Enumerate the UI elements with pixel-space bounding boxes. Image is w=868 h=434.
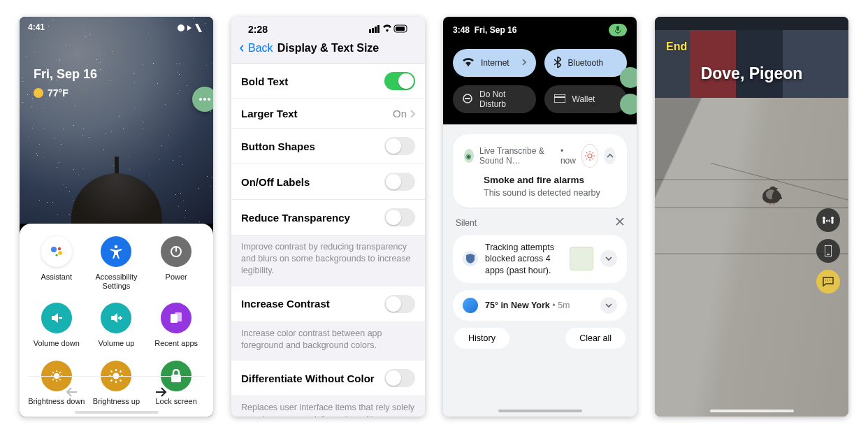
svg-rect-25: [554, 96, 565, 98]
toggle[interactable]: [384, 173, 415, 191]
toggle[interactable]: [384, 137, 415, 155]
lookout-camera-view: End Dove, Pigeon: [655, 17, 848, 417]
qs-tile-dnd[interactable]: Do Not Disturb: [453, 85, 536, 113]
shortcut-volume-up[interactable]: Volume up: [87, 303, 145, 348]
setting-reduce-transparency[interactable]: Reduce Transparency: [231, 200, 425, 236]
wallpaper-sky: [20, 17, 213, 224]
status-icons: [369, 24, 408, 35]
end-button[interactable]: End: [666, 41, 687, 53]
privacy-thumb: [570, 247, 593, 270]
svg-rect-18: [377, 25, 379, 33]
svg-point-2: [58, 251, 62, 255]
setting-differentiate-without-color[interactable]: Differentiate Without Color: [231, 361, 425, 396]
shortcut-recent-apps[interactable]: Recent apps: [147, 303, 205, 348]
svg-point-29: [831, 217, 834, 219]
home-temp: 77°F: [48, 87, 68, 99]
bluetooth-icon: [554, 57, 561, 70]
svg-rect-15: [369, 29, 371, 33]
toggle[interactable]: [384, 369, 415, 387]
svg-point-26: [588, 154, 592, 158]
silent-header: Silent: [456, 218, 477, 228]
shortcut-power[interactable]: Power: [147, 236, 205, 290]
footer-text: Replaces user interface items that rely …: [231, 396, 425, 417]
setting-on-off-labels[interactable]: On/Off Labels: [231, 164, 425, 200]
clear-all-button[interactable]: Clear all: [565, 328, 625, 349]
detection-label: Dove, Pigeon: [655, 64, 848, 83]
shortcut-volume-down[interactable]: Volume down: [27, 303, 86, 348]
notif-body: This sound is detected nearby: [484, 188, 616, 198]
svg-point-0: [51, 247, 57, 252]
page-next[interactable]: [117, 377, 205, 407]
svg-point-4: [115, 245, 118, 249]
status-time: 3:48: [453, 25, 470, 35]
gesture-pill[interactable]: [498, 410, 582, 412]
setting-button-shapes[interactable]: Button Shapes: [231, 129, 425, 164]
qs-tile-bluetooth[interactable]: Bluetooth: [544, 49, 628, 77]
chat-icon[interactable]: [816, 270, 840, 294]
svg-rect-28: [823, 219, 825, 224]
status-icons: [177, 22, 205, 32]
svg-rect-31: [825, 245, 832, 256]
gesture-pill[interactable]: [710, 410, 794, 412]
detected-object-pigeon: [758, 183, 786, 208]
notification-weather[interactable]: 75° in New York • 5m: [453, 290, 627, 321]
shortcut-assistant[interactable]: Assistant: [27, 236, 86, 290]
panel-pagination: [28, 376, 205, 407]
svg-rect-23: [465, 98, 470, 99]
collapse-icon[interactable]: [604, 147, 616, 164]
setting-increase-contrast[interactable]: Increase Contrast: [231, 287, 425, 322]
svg-point-3: [55, 254, 57, 256]
expand-icon[interactable]: [600, 297, 617, 314]
svg-rect-6: [175, 246, 177, 252]
page-prev[interactable]: [28, 377, 117, 407]
status-date: Fri, Sep 16: [475, 25, 517, 35]
weather-icon: [463, 298, 478, 313]
device-icon[interactable]: [816, 239, 840, 263]
qs-tile-internet[interactable]: Internet: [453, 49, 536, 77]
status-bar: 3:48 Fri, Sep 16: [453, 24, 627, 36]
accessibility-fab-1[interactable]: [620, 67, 637, 88]
dismiss-silent[interactable]: [616, 217, 624, 228]
svg-rect-9: [120, 316, 121, 320]
notification-privacy[interactable]: Tracking attempts blocked across 4 apps …: [453, 235, 627, 283]
accessibility-panel: AssistantAccessibilitySettingsPowerVolum…: [20, 224, 213, 417]
quick-settings-area: 3:48 Fri, Sep 16 InternetBluetoothDo Not…: [443, 17, 637, 124]
notification-alert[interactable]: ◉ Live Transcribe & Sound N… • now Smoke…: [453, 134, 627, 208]
svg-rect-30: [832, 219, 834, 224]
svg-rect-32: [827, 254, 830, 255]
accessibility-fab-2[interactable]: [620, 94, 637, 115]
dnd-icon: [463, 94, 472, 106]
mic-indicator[interactable]: [609, 24, 627, 36]
toggle[interactable]: [384, 295, 415, 313]
alarm-icon: [581, 144, 598, 168]
setting-larger-text[interactable]: Larger TextOn: [231, 99, 425, 129]
wallet-icon: [554, 94, 565, 105]
status-bar: 2:28: [231, 17, 425, 38]
social-distance-icon[interactable]: [816, 208, 840, 232]
chevron-right-icon: [522, 58, 526, 68]
expand-icon[interactable]: [600, 250, 617, 267]
svg-point-27: [823, 217, 825, 219]
notif-title: Smoke and fire alarms: [484, 175, 616, 185]
back-button[interactable]: Back: [238, 42, 273, 55]
svg-rect-7: [59, 317, 62, 319]
svg-rect-16: [372, 28, 374, 33]
shield-icon: [463, 251, 478, 266]
setting-bold-text[interactable]: Bold Text: [231, 64, 425, 99]
footer-text: Increase color contrast between app fore…: [231, 322, 425, 361]
internet-icon: [463, 57, 474, 69]
home-date: Fri, Sep 16: [34, 67, 97, 82]
accessibility-fab[interactable]: [192, 87, 213, 112]
toggle[interactable]: [384, 208, 415, 226]
footer-text: Improve contrast by reducing transparenc…: [231, 236, 425, 287]
status-time: 2:28: [248, 24, 268, 35]
toggle[interactable]: [384, 72, 415, 90]
shortcut-accessibility-settings[interactable]: AccessibilitySettings: [87, 236, 145, 290]
status-time: 4:41: [28, 22, 45, 32]
android-notification-shade: 3:48 Fri, Sep 16 InternetBluetoothDo Not…: [443, 17, 637, 417]
qs-tile-wallet[interactable]: Wallet: [544, 85, 628, 113]
weather-sun-icon: [34, 88, 43, 98]
history-button[interactable]: History: [454, 328, 509, 349]
gesture-pill[interactable]: [75, 411, 159, 414]
svg-point-1: [58, 247, 61, 250]
